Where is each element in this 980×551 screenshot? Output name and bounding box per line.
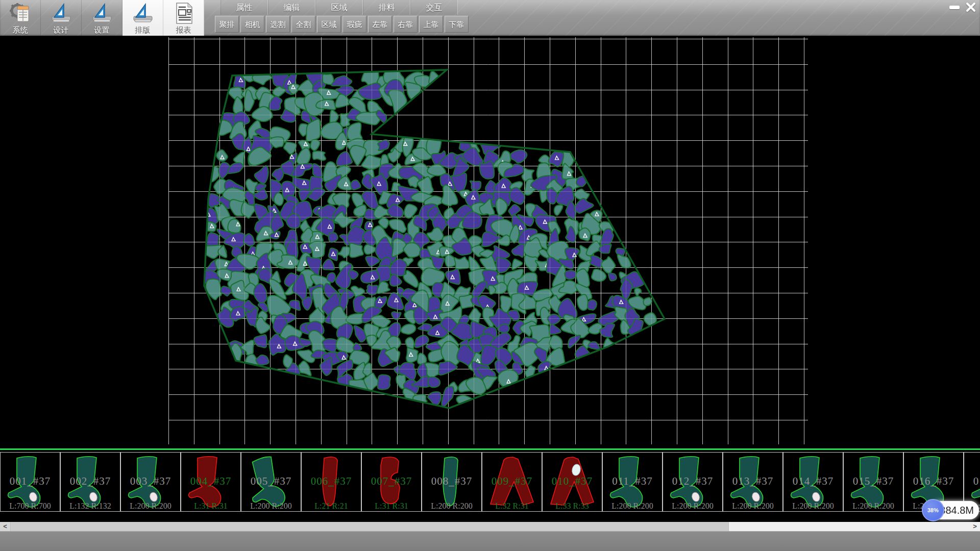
big-button-label: 报表 xyxy=(176,26,191,35)
tool-button-defect[interactable]: 瑕疵 xyxy=(342,16,366,33)
scrollbar-thumb[interactable] xyxy=(10,522,729,531)
big-button-design[interactable]: 设计 xyxy=(41,0,82,36)
piece-thumb-002[interactable]: 002_#37L:132 R:132 xyxy=(60,452,120,512)
menu-item-interact[interactable]: 交互 xyxy=(410,0,458,15)
piece-id: 016_#37 xyxy=(904,475,963,488)
piece-lr: L:31 R:31 xyxy=(181,502,240,511)
gear-notes-icon xyxy=(9,2,32,25)
piece-id: 001_#37 xyxy=(1,475,60,488)
big-button-setup[interactable]: 设置 xyxy=(82,0,122,36)
piece-thumb-015[interactable]: 015_#37L:200 R:200 xyxy=(843,452,903,512)
memory-usage-badge[interactable]: 384.8M 38% xyxy=(922,499,979,521)
tool-button-camera[interactable]: 相机 xyxy=(240,16,264,33)
tool-button-select-cut[interactable]: 选割 xyxy=(266,16,290,33)
piece-thumb-010[interactable]: 010_#37L:33 R:33 xyxy=(542,452,602,512)
piece-id: 009_#37 xyxy=(482,475,542,488)
piece-id: 010_#37 xyxy=(543,475,602,488)
piece-lr: L:200 R:200 xyxy=(783,502,843,511)
window-controls xyxy=(947,1,978,13)
piece-lr: L:31 R:31 xyxy=(362,502,421,511)
minimize-button[interactable] xyxy=(947,1,962,13)
piece-lr: L:200 R:200 xyxy=(663,502,722,511)
piece-lr: L:200 R:200 xyxy=(121,502,180,511)
ruler-icon xyxy=(90,2,114,25)
piece-lr: L:21 R:21 xyxy=(302,502,361,511)
tool-button-snap-top[interactable]: 上靠 xyxy=(419,16,443,33)
piece-lr: L:200 R:200 xyxy=(603,502,662,511)
app-window: 系统 设计 设置 排版 报表 属性编辑区域排料交互 聚排相机选割全割区域瑕疵左靠… xyxy=(0,0,980,551)
big-button-report[interactable]: 报表 xyxy=(163,0,204,36)
piece-lr: L:700 R:700 xyxy=(1,502,60,511)
scroll-left-button[interactable]: < xyxy=(0,522,10,531)
ruler-icon xyxy=(50,2,73,25)
piece-id: 008_#37 xyxy=(422,475,481,488)
horizontal-scrollbar[interactable]: < > xyxy=(0,522,980,531)
piece-lr: L:200 R:200 xyxy=(844,502,903,511)
close-button[interactable] xyxy=(964,1,978,13)
piece-id: 012_#37 xyxy=(663,475,722,488)
piece-thumbnail-strip: 001_#37L:700 R:700 002_#37L:132 R:132 00… xyxy=(0,448,980,515)
close-icon xyxy=(966,2,976,12)
big-button-label: 系统 xyxy=(13,26,28,35)
piece-id: 003_#37 xyxy=(121,475,180,488)
big-button-label: 设计 xyxy=(54,26,69,35)
piece-id: 014_#37 xyxy=(783,475,843,488)
piece-thumb-011[interactable]: 011_#37L:200 R:200 xyxy=(602,452,663,512)
big-button-label: 设置 xyxy=(94,26,110,35)
tool-button-snap-left[interactable]: 左靠 xyxy=(368,16,392,33)
piece-thumb-009[interactable]: 009_#37L:32 R:31 xyxy=(482,452,542,512)
ruler-icon xyxy=(131,2,155,25)
tool-button-snap-right[interactable]: 右靠 xyxy=(394,16,418,33)
piece-id: 007_#37 xyxy=(362,475,421,488)
tool-button-zone[interactable]: 区域 xyxy=(317,16,341,33)
piece-lr: L:200 R:200 xyxy=(422,502,481,511)
menu-item-edit[interactable]: 编辑 xyxy=(268,0,315,15)
piece-thumb-007[interactable]: 007_#37L:31 R:31 xyxy=(361,452,422,512)
piece-thumb-014[interactable]: 014_#37L:200 R:200 xyxy=(783,452,843,512)
main-tab-bar: 系统 设计 设置 排版 报表 xyxy=(0,0,204,36)
status-bar xyxy=(0,531,980,551)
menu-item-nest[interactable]: 排料 xyxy=(363,0,410,15)
piece-id: 005_#37 xyxy=(241,475,301,488)
tool-button-bar: 聚排相机选割全割区域瑕疵左靠右靠上靠下靠 xyxy=(215,16,470,33)
piece-id: 004_#37 xyxy=(181,475,240,488)
big-button-system[interactable]: 系统 xyxy=(0,0,41,36)
menu-item-properties[interactable]: 属性 xyxy=(220,0,268,15)
memory-size-label: 384.8M xyxy=(940,505,974,516)
piece-id: 015_#37 xyxy=(844,475,903,488)
tool-button-cluster-nest[interactable]: 聚排 xyxy=(215,16,239,33)
progress-circle: 38% xyxy=(922,499,944,521)
menu-bar: 属性编辑区域排料交互 xyxy=(220,0,458,15)
tool-button-snap-bottom[interactable]: 下靠 xyxy=(445,16,469,33)
piece-id: 011_#37 xyxy=(603,475,662,488)
piece-id: 017_#37 xyxy=(964,475,980,488)
piece-thumb-008[interactable]: 008_#37L:200 R:200 xyxy=(422,452,482,512)
big-button-label: 排版 xyxy=(135,26,151,35)
piece-thumb-001[interactable]: 001_#37L:700 R:700 xyxy=(0,452,60,512)
piece-thumb-005[interactable]: 005_#37L:200 R:200 xyxy=(241,452,301,512)
big-button-nesting[interactable]: 排版 xyxy=(122,0,163,36)
toolbar: 系统 设计 设置 排版 报表 属性编辑区域排料交互 聚排相机选割全割区域瑕疵左靠… xyxy=(0,0,980,36)
piece-id: 013_#37 xyxy=(723,475,782,488)
tool-button-cut-all[interactable]: 全割 xyxy=(291,16,315,33)
piece-thumb-013[interactable]: 013_#37L:200 R:200 xyxy=(723,452,783,512)
menu-item-region[interactable]: 区域 xyxy=(315,0,363,15)
scroll-right-button[interactable]: > xyxy=(970,522,980,531)
piece-id: 002_#37 xyxy=(61,475,120,488)
minimize-icon xyxy=(949,6,960,9)
piece-thumb-004[interactable]: 004_#37L:31 R:31 xyxy=(181,452,241,512)
piece-thumb-006[interactable]: 006_#37L:21 R:21 xyxy=(301,452,361,512)
piece-lr: L:200 R:200 xyxy=(241,502,301,511)
piece-lr: L:32 R:31 xyxy=(482,502,542,511)
piece-thumb-012[interactable]: 012_#37L:200 R:200 xyxy=(663,452,723,512)
report-icon xyxy=(172,2,195,25)
piece-lr: L:33 R:33 xyxy=(543,502,602,511)
piece-lr: L:132 R:132 xyxy=(61,502,120,511)
piece-id: 006_#37 xyxy=(302,475,361,488)
progress-percent-label: 38% xyxy=(927,507,939,513)
piece-thumb-003[interactable]: 003_#37L:200 R:200 xyxy=(120,452,181,512)
piece-lr: L:200 R:200 xyxy=(723,502,782,511)
